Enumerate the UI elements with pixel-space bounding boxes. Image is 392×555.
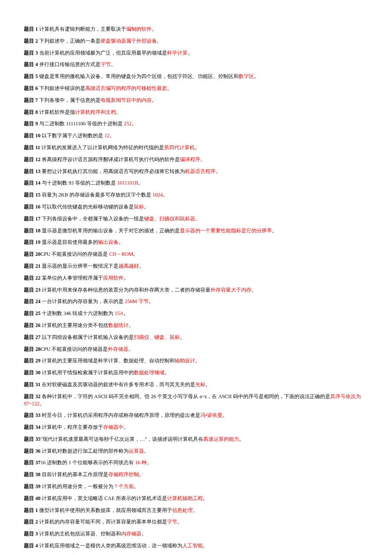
question-text-before: 下列叙述中错误的是 [38, 85, 85, 91]
question-text-after: 。 [110, 133, 115, 139]
question-item: 题目 33 时至今日，计算机仍采用程序内存或称存储程序原理，原理的提出者是冯•诺… [24, 412, 368, 419]
question-answer: 252 [124, 121, 132, 127]
question-label: 题目 2 [24, 519, 38, 525]
question-item: 题目 1 计算机具有逻辑判断能力，主要取决于编制的软件。 [24, 26, 368, 33]
question-text-after: 。 [149, 298, 154, 304]
question-item: 题目 20CPU 不能直接访问的存储器是 CD－ROM。 [24, 251, 368, 258]
question-label: 题目 6 [24, 85, 38, 91]
question-label: 题目 40 [24, 495, 40, 501]
question-label: 题目 12 [24, 156, 40, 162]
question-text-before: 计算机对数据进行加工处理的部件称为 [40, 448, 129, 454]
question-label: 题目 23 [24, 287, 40, 293]
question-list: 题目 1 计算机具有逻辑判断能力，主要取决于编制的软件。题目 2 下列叙述中，正… [24, 26, 368, 555]
question-item: 题目 31 在对软硬磁盘及其驱动器的叙述中有许多专用术语，而与其无关的是光标。 [24, 381, 368, 388]
question-text-before: 计算机的主要用途分类不包括 [40, 322, 108, 328]
question-text-after: 。 [139, 263, 144, 269]
question-answer: 信息处理 [172, 507, 193, 513]
question-text-before: 容量为 2KB 的存储设备最多可存放的汉字个数是 [40, 192, 153, 198]
question-item: 题目 2 下列叙述中，正确的一条是硬盘驱动器属于外部设备。 [24, 38, 368, 45]
question-answer: 编制的软件 [126, 26, 152, 32]
question-text-after: 。 [200, 156, 205, 162]
question-label: 题目 20 [24, 251, 40, 257]
question-text-after: 。 [195, 216, 200, 222]
question-answer: 编译程序 [180, 156, 200, 162]
question-item: 题目 13 要想让计算机执行其功能，用高级语言写的程序必须将它转换为机器语言程序… [24, 168, 368, 175]
question-answer: 光标 [195, 382, 205, 387]
question-label: 题目 14 [24, 180, 40, 186]
question-text-after: 。 [195, 358, 200, 364]
question-item: 题目 8 计算机软件是指计算机程序和文档。 [24, 109, 368, 116]
question-item: 题目 6 下列叙述中错误的是高级语言编写的程序的可移植性最差。 [24, 85, 368, 92]
question-item: 题目 34 计算机中，程序主要存放于存储器中。 [24, 424, 368, 431]
question-text-before: 显示器是目前使用最多的 [40, 239, 98, 245]
question-item: 题目 21 显示器的显示分辨率一般情况下是越高越好。 [24, 263, 368, 270]
question-item: 题目 1 微型计算机中使用的关系数据库，就应用领域而言主要用于信息处理。 [24, 507, 368, 514]
question-text-before: 目前计算机的基本工作原理是 [40, 471, 108, 477]
question-label: 题目 22 [24, 275, 40, 281]
question-item: 题目 11 计算机的发展进入了以计算机网络为特征的时代指的是第四代计算机。 [24, 144, 368, 151]
question-label: 题目 13 [24, 168, 40, 174]
question-text-before: 在对软硬磁盘及其驱动器的叙述中有许多专用术语，而与其无关的是 [40, 382, 195, 387]
question-answer: 外存储器 [108, 346, 128, 352]
question-label: 题目 31 [24, 382, 40, 387]
question-text-after: 。 [251, 287, 257, 293]
question-item: 题目 32 各种计算机中，字符的 ASCII 码不完全相同。但 26 个英文小写… [24, 393, 368, 408]
question-text-before: 计算机的发展进入了以计算机网络为特征的时代指的是 [40, 145, 164, 150]
question-text-after: 。 [254, 73, 259, 79]
question-text-before: 计算机软件是指 [38, 109, 75, 115]
question-label: 题目 3 [24, 531, 38, 537]
question-label: 题目 11 [24, 145, 40, 150]
question-label: 题目 9 [24, 121, 38, 127]
question-answer: 辅助设计 [175, 358, 195, 364]
question-item: 题目 39 计算机的用途分类，一般被分为 7 个方面。 [24, 483, 368, 490]
question-label: 题目 1 [24, 507, 38, 513]
question-text-after: 。 [144, 448, 149, 454]
question-text-before: 计算机中，程序主要存放于 [40, 424, 103, 430]
question-text-before: 下列各项中，属于信息的是 [38, 97, 101, 103]
question-label: 题目 4 [24, 543, 38, 549]
question-answer: 扫描仪、键盘、鼠标 [134, 334, 180, 340]
question-text-before: 显示器是微型机常用的输出设备，关于对它的描述，正确的是 [40, 228, 180, 234]
question-answer: 计算机程序和文档 [75, 109, 116, 115]
question-answer: 鼠标 [134, 204, 144, 210]
question-item: 题目 26 计算机的主要用途分类不包括数据统计。 [24, 322, 368, 329]
question-text-before: 并行接口传输信息的方式是 [38, 61, 101, 67]
question-label: 题目 19 [24, 239, 40, 245]
question-text-after: 。 [111, 61, 116, 67]
question-text-after: 。 [139, 471, 144, 477]
question-text-after: 。 [124, 424, 129, 430]
question-item: 题目 27 以下四组设备都属于计算机输入设备的是扫描仪、键盘、鼠标。 [24, 334, 368, 341]
question-item: 题目 25 十进制数 346 转成十六进制数为 15A。 [24, 310, 368, 317]
question-text-before: 将高级程序设计语言源程序翻译成计算机可执行代码的软件是 [40, 156, 180, 162]
question-answer: 计算机辅助工程 [167, 495, 203, 501]
question-text-before: 下列各组设备中，全都属于输入设备的一组是 [40, 216, 144, 222]
question-text-after: 。 [138, 180, 143, 186]
question-answer: 7 个方面 [115, 483, 134, 489]
question-text-before: 十进制数 346 转成十六进制数为 [40, 310, 115, 316]
question-answer: 人工智能 [182, 543, 203, 549]
question-answer: 显示器的一个重要性能指标是它的分辨率 [180, 228, 272, 234]
question-answer: 电视新闻节目中的内容 [101, 97, 152, 103]
question-text-after: 。 [124, 275, 129, 281]
question-answer: 高级语言编写的程序的可移植性最差 [85, 85, 167, 91]
question-answer: 机器语言程序 [185, 168, 216, 174]
question-item: 题目 16 可以取代传统键盘的光标移动键的设备是鼠标。 [24, 203, 368, 211]
question-text-after: 。 [124, 310, 129, 316]
question-label: 题目 1 [24, 26, 38, 32]
question-answer: 越高越好 [118, 263, 139, 269]
question-label: 题目 3 [24, 50, 38, 56]
question-item: 题目 3716 进制数的 1 个位能够表示的不同状态有 16 种。 [24, 459, 368, 466]
question-text-after: 。 [147, 460, 152, 465]
question-answer: 第四代计算机 [164, 145, 195, 150]
question-label: 题目 5 [24, 73, 38, 79]
question-item: 题目 14 与十进制数 93 等值的二进制数是 1011101B。 [24, 179, 368, 187]
question-text-after: 。 [132, 121, 137, 127]
question-text-before: CPU 不能直接访问的存储器是 [40, 251, 109, 257]
question-text-before: 计算机的主机包括运算器、控制器和 [38, 531, 121, 537]
question-text-before: 要想让计算机执行其功能，用高级语言写的程序必须将它转换为 [40, 168, 185, 174]
question-item: 题目 4 并行接口传输信息的方式是字节。 [24, 61, 368, 68]
question-text-after: 。 [205, 382, 210, 387]
question-label: 题目 27 [24, 334, 40, 340]
question-label: 题目 37 [24, 460, 40, 465]
question-text-after: 。 [128, 346, 133, 352]
